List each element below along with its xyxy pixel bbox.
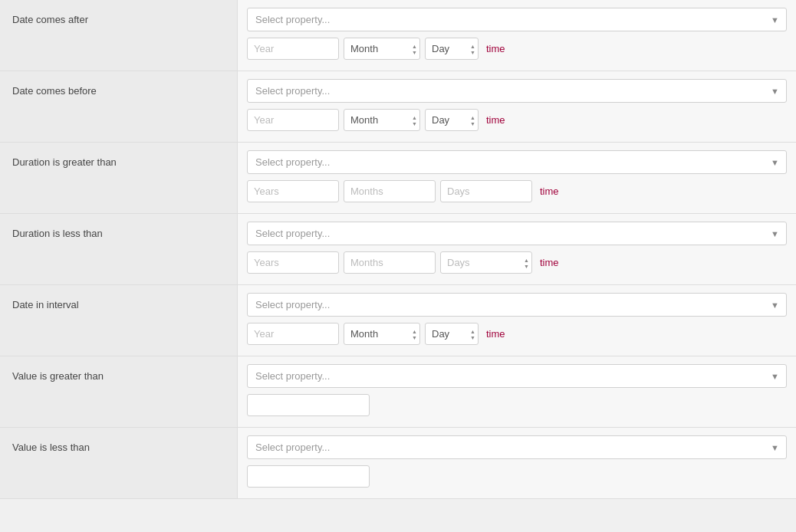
filter-row-value-greater-than: Value is greater than Select property...… bbox=[0, 356, 796, 428]
filter-row-date-in-interval: Date in interval Select property... ▼ Mo… bbox=[0, 285, 796, 356]
label-duration-greater-than: Duration is greater than bbox=[12, 156, 117, 168]
property-select-wrapper-0: Select property... ▼ bbox=[247, 8, 787, 31]
property-select-4[interactable]: Select property... bbox=[247, 293, 787, 317]
time-link-0[interactable]: time bbox=[486, 43, 505, 54]
filter-row-date-comes-after: Date comes after Select property... ▼ Mo… bbox=[0, 0, 796, 71]
day-select-wrapper-0: Day ▲▼ bbox=[425, 38, 479, 60]
years-input-3[interactable] bbox=[247, 251, 339, 274]
filter-content-date-comes-before: Select property... ▼ Month ▲▼ Day ▲▼ bbox=[238, 71, 796, 142]
label-date-comes-after: Date comes after bbox=[12, 14, 88, 25]
filter-content-date-comes-after: Select property... ▼ Month ▲▼ Day ▲▼ bbox=[238, 0, 796, 71]
filter-list: Date comes after Select property... ▼ Mo… bbox=[0, 0, 796, 499]
day-select-wrapper-4: Day ▲▼ bbox=[425, 323, 479, 345]
filter-label-date-comes-before: Date comes before bbox=[0, 71, 238, 142]
property-select-wrapper-3: Select property... ▼ bbox=[247, 222, 787, 245]
date-inputs-1: Month ▲▼ Day ▲▼ time bbox=[247, 109, 787, 131]
days-input-3[interactable] bbox=[440, 251, 532, 274]
property-select-1[interactable]: Select property... bbox=[247, 79, 787, 103]
day-select-0[interactable]: Day bbox=[425, 38, 479, 60]
month-select-wrapper-4: Month ▲▼ bbox=[344, 323, 420, 345]
value-input-5[interactable] bbox=[247, 394, 370, 416]
filter-label-duration-less-than: Duration is less than bbox=[0, 214, 238, 284]
days-input-wrapper-3: ▲▼ bbox=[440, 251, 532, 274]
label-date-comes-before: Date comes before bbox=[12, 85, 97, 97]
property-select-wrapper-5: Select property... ▼ bbox=[247, 364, 787, 388]
label-duration-less-than: Duration is less than bbox=[12, 228, 103, 239]
day-select-wrapper-1: Day ▲▼ bbox=[425, 109, 479, 131]
property-select-5[interactable]: Select property... bbox=[247, 364, 787, 388]
time-link-2[interactable]: time bbox=[540, 186, 559, 197]
days-input-2[interactable] bbox=[440, 180, 532, 202]
property-select-wrapper-1: Select property... ▼ bbox=[247, 79, 787, 103]
filter-row-date-comes-before: Date comes before Select property... ▼ M… bbox=[0, 71, 796, 143]
filter-label-date-comes-after: Date comes after bbox=[0, 0, 238, 71]
property-select-3[interactable]: Select property... bbox=[247, 222, 787, 245]
date-inputs-0: Month ▲▼ Day ▲▼ time bbox=[247, 38, 787, 60]
year-input-4[interactable] bbox=[247, 323, 339, 345]
time-link-3[interactable]: time bbox=[540, 257, 559, 268]
years-input-2[interactable] bbox=[247, 180, 339, 202]
filter-row-duration-greater-than: Duration is greater than Select property… bbox=[0, 143, 796, 214]
value-input-6[interactable] bbox=[247, 465, 370, 488]
filter-label-duration-greater-than: Duration is greater than bbox=[0, 143, 238, 213]
filter-label-date-in-interval: Date in interval bbox=[0, 285, 238, 356]
time-link-1[interactable]: time bbox=[486, 114, 505, 126]
duration-inputs-3: ▲▼ time bbox=[247, 251, 787, 274]
value-input-wrapper-5 bbox=[247, 394, 787, 416]
day-select-1[interactable]: Day bbox=[425, 109, 479, 131]
property-select-2[interactable]: Select property... bbox=[247, 150, 787, 174]
month-select-4[interactable]: Month bbox=[344, 323, 420, 345]
date-inputs-4: Month ▲▼ Day ▲▼ time bbox=[247, 323, 787, 345]
label-value-less-than: Value is less than bbox=[12, 442, 90, 453]
months-input-2[interactable] bbox=[344, 180, 436, 202]
month-select-0[interactable]: Month bbox=[344, 38, 420, 60]
day-select-4[interactable]: Day bbox=[425, 323, 479, 345]
property-select-wrapper-2: Select property... ▼ bbox=[247, 150, 787, 174]
property-select-0[interactable]: Select property... bbox=[247, 8, 787, 31]
filter-content-value-greater-than: Select property... ▼ bbox=[238, 356, 796, 427]
value-input-wrapper-6 bbox=[247, 465, 787, 488]
label-date-in-interval: Date in interval bbox=[12, 299, 79, 310]
duration-inputs-2: time bbox=[247, 180, 787, 202]
filter-content-duration-greater-than: Select property... ▼ time bbox=[238, 143, 796, 213]
filter-content-date-in-interval: Select property... ▼ Month ▲▼ Day ▲▼ bbox=[238, 285, 796, 356]
property-select-wrapper-6: Select property... ▼ bbox=[247, 435, 787, 459]
year-input-0[interactable] bbox=[247, 38, 339, 60]
months-input-3[interactable] bbox=[344, 251, 436, 274]
filter-label-value-less-than: Value is less than bbox=[0, 428, 238, 498]
time-link-4[interactable]: time bbox=[486, 328, 505, 340]
filter-row-duration-less-than: Duration is less than Select property...… bbox=[0, 214, 796, 285]
filter-row-value-less-than: Value is less than Select property... ▼ bbox=[0, 428, 796, 499]
filter-label-value-greater-than: Value is greater than bbox=[0, 356, 238, 427]
month-select-wrapper-0: Month ▲▼ bbox=[344, 38, 420, 60]
month-select-wrapper-1: Month ▲▼ bbox=[344, 109, 420, 131]
property-select-wrapper-4: Select property... ▼ bbox=[247, 293, 787, 317]
filter-content-duration-less-than: Select property... ▼ ▲▼ time bbox=[238, 214, 796, 284]
year-input-1[interactable] bbox=[247, 109, 339, 131]
label-value-greater-than: Value is greater than bbox=[12, 370, 104, 382]
month-select-1[interactable]: Month bbox=[344, 109, 420, 131]
property-select-6[interactable]: Select property... bbox=[247, 435, 787, 459]
filter-content-value-less-than: Select property... ▼ bbox=[238, 428, 796, 498]
